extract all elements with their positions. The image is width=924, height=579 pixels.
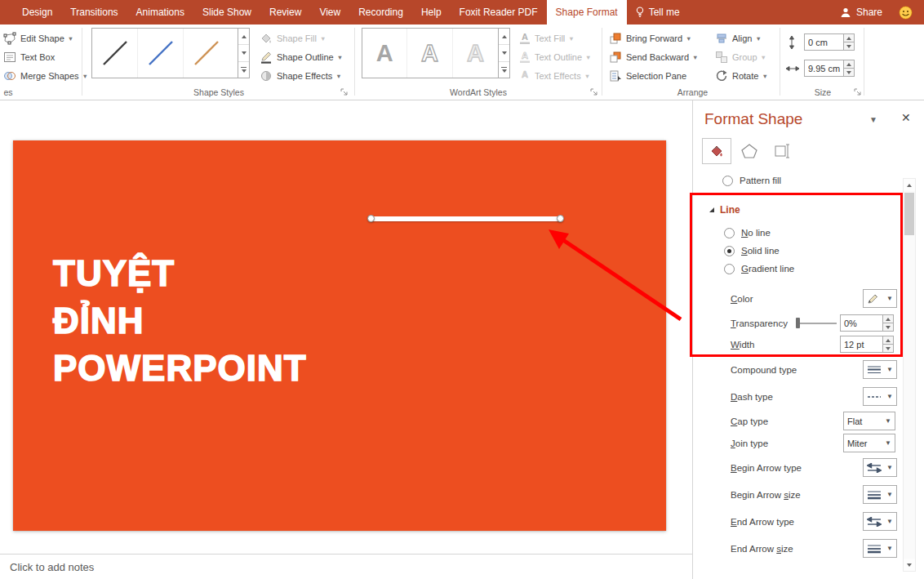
shape-style-option-2[interactable]	[138, 29, 184, 78]
shape-styles-gallery[interactable]	[91, 28, 238, 78]
share-button[interactable]: Share	[840, 7, 882, 18]
merge-shapes-button[interactable]: Merge Shapes▼	[3, 67, 88, 85]
wordart-style-option-1[interactable]: A	[362, 29, 407, 78]
tab-label: Recording	[358, 7, 403, 18]
transparency-spinner[interactable]	[882, 315, 893, 331]
rotate-button[interactable]: Rotate▼	[715, 67, 768, 85]
pattern-fill-radio[interactable]	[722, 176, 733, 186]
shape-width-input[interactable]	[805, 60, 843, 76]
shape-width-input-box	[804, 60, 855, 77]
width-label: Width	[731, 340, 754, 350]
dash-line-icon	[867, 392, 882, 402]
text-box-button[interactable]: Text Box	[3, 48, 55, 66]
pane-scroll-up-button[interactable]	[904, 179, 915, 191]
pane-scrollbar[interactable]	[903, 178, 916, 572]
selected-line-shape[interactable]	[371, 216, 561, 221]
no-line-radio-row[interactable]: No line	[693, 225, 924, 241]
group-icon	[715, 51, 728, 64]
shape-styles-dialog-launcher[interactable]	[340, 88, 350, 98]
wordart-dialog-launcher[interactable]	[590, 88, 600, 98]
gradient-line-radio[interactable]	[724, 264, 735, 274]
compound-type-dropdown[interactable]: ▼	[863, 360, 897, 379]
join-type-dropdown[interactable]: Miter▼	[843, 434, 895, 452]
tab-recording[interactable]: Recording	[349, 0, 412, 24]
tab-slide-show[interactable]: Slide Show	[193, 0, 260, 24]
tab-effects[interactable]	[735, 138, 764, 164]
begin-arrow-type-dropdown[interactable]: ▼	[863, 458, 897, 477]
no-line-radio[interactable]	[724, 228, 735, 238]
pane-scroll-down-button[interactable]	[904, 559, 915, 571]
begin-arrow-icon	[867, 517, 882, 527]
selection-pane-button[interactable]: Selection Pane	[609, 67, 686, 85]
tab-help[interactable]: Help	[412, 0, 451, 24]
shape-style-option-1[interactable]	[92, 29, 138, 78]
shape-height-input[interactable]	[805, 34, 843, 50]
tab-design[interactable]: Design	[13, 0, 61, 24]
slide-canvas[interactable]: TUYỆT ĐỈNH POWERPOINT	[0, 100, 692, 554]
join-type-value: Miter	[847, 439, 867, 448]
size-dialog-launcher[interactable]	[854, 88, 864, 98]
pane-scroll-thumb[interactable]	[904, 193, 914, 235]
align-button[interactable]: Align▼	[715, 29, 762, 47]
group-button[interactable]: Group▼	[715, 48, 766, 66]
width-input[interactable]	[841, 336, 882, 352]
cap-type-dropdown[interactable]: Flat▼	[843, 412, 895, 430]
tab-view[interactable]: View	[310, 0, 349, 24]
tab-size-properties[interactable]	[767, 138, 797, 164]
wordart-style-option-2[interactable]: A	[407, 29, 452, 78]
begin-arrow-icon	[867, 463, 882, 473]
begin-arrow-type-label: Begin Arrow type	[731, 463, 802, 473]
shape-width-spinner[interactable]	[843, 60, 854, 76]
bring-forward-button[interactable]: Bring Forward▼	[609, 29, 692, 47]
width-spinner[interactable]	[882, 336, 893, 352]
dash-type-dropdown[interactable]: ▼	[863, 387, 897, 406]
shape-style-option-3[interactable]	[184, 29, 229, 78]
shape-handle-right[interactable]	[557, 215, 564, 222]
gallery-scroll-up-button[interactable]	[499, 29, 509, 44]
text-fill-button[interactable]: A Text Fill▼	[519, 29, 575, 47]
smiley-feedback-icon[interactable]	[899, 6, 913, 20]
notes-pane[interactable]: Click to add notes	[0, 554, 692, 579]
gallery-scroll-down-button[interactable]	[499, 44, 509, 60]
tab-tell-me[interactable]: Tell me	[627, 0, 689, 24]
shape-fill-button[interactable]: Shape Fill▼	[260, 29, 326, 47]
line-style-preview-icon	[189, 35, 224, 71]
tab-transitions[interactable]: Transitions	[61, 0, 127, 24]
text-outline-button[interactable]: A Text Outline▼	[519, 48, 592, 66]
send-backward-button[interactable]: Send Backward▼	[609, 48, 698, 66]
gallery-scroll-up-button[interactable]	[238, 29, 249, 44]
shape-effects-button[interactable]: Shape Effects▼	[260, 67, 342, 85]
transparency-slider-track[interactable]	[797, 323, 837, 324]
end-arrow-type-dropdown[interactable]: ▼	[863, 512, 897, 531]
gallery-scroll-down-button[interactable]	[238, 44, 249, 60]
slide[interactable]: TUYỆT ĐỈNH POWERPOINT	[13, 140, 666, 531]
pattern-fill-radio-row[interactable]: Pattern fill	[693, 172, 924, 189]
tab-animations[interactable]: Animations	[127, 0, 193, 24]
text-effects-button[interactable]: A Text Effects▼	[519, 67, 590, 85]
solid-line-radio-row[interactable]: Solid line	[693, 243, 924, 259]
transparency-slider-thumb[interactable]	[796, 318, 800, 328]
line-color-button[interactable]: ▼	[863, 289, 897, 308]
gallery-more-button[interactable]	[499, 61, 509, 78]
gradient-line-radio-row[interactable]: Gradient line	[693, 261, 924, 277]
wordart-style-option-3[interactable]: A	[453, 29, 498, 78]
tab-foxit-reader-pdf[interactable]: Foxit Reader PDF	[451, 0, 547, 24]
line-section-header[interactable]: Line	[709, 202, 740, 218]
tab-fill-and-line[interactable]	[702, 138, 731, 164]
slide-title-text[interactable]: TUYỆT ĐỈNH POWERPOINT	[53, 250, 307, 392]
shape-height-spinner[interactable]	[843, 34, 854, 50]
edit-shape-button[interactable]: Edit Shape▼	[3, 29, 73, 47]
end-arrow-size-dropdown[interactable]: ▼	[863, 539, 897, 558]
tab-review[interactable]: Review	[260, 0, 310, 24]
tab-shape-format[interactable]: Shape Format	[547, 0, 627, 24]
shape-outline-button[interactable]: Shape Outline▼	[260, 48, 343, 66]
pane-options-chevron-icon[interactable]: ▼	[869, 115, 877, 124]
begin-arrow-size-dropdown[interactable]: ▼	[863, 485, 897, 504]
transparency-input[interactable]	[841, 315, 882, 331]
tab-label: Tell me	[649, 7, 680, 18]
shape-handle-left[interactable]	[367, 215, 375, 222]
pane-close-icon[interactable]: ✕	[901, 111, 911, 124]
gallery-more-button[interactable]	[238, 61, 249, 78]
solid-line-radio[interactable]	[724, 246, 735, 256]
wordart-styles-gallery[interactable]: AAA	[362, 28, 499, 78]
